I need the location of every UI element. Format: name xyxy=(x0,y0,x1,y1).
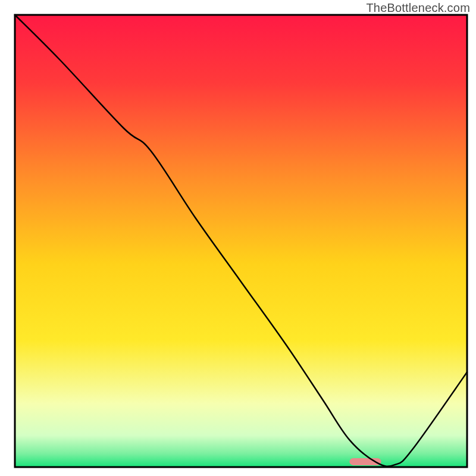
chart-svg xyxy=(0,0,476,476)
gradient-background xyxy=(15,15,467,467)
chart-stage: TheBottleneck.com xyxy=(0,0,476,476)
watermark-text: TheBottleneck.com xyxy=(366,1,470,15)
